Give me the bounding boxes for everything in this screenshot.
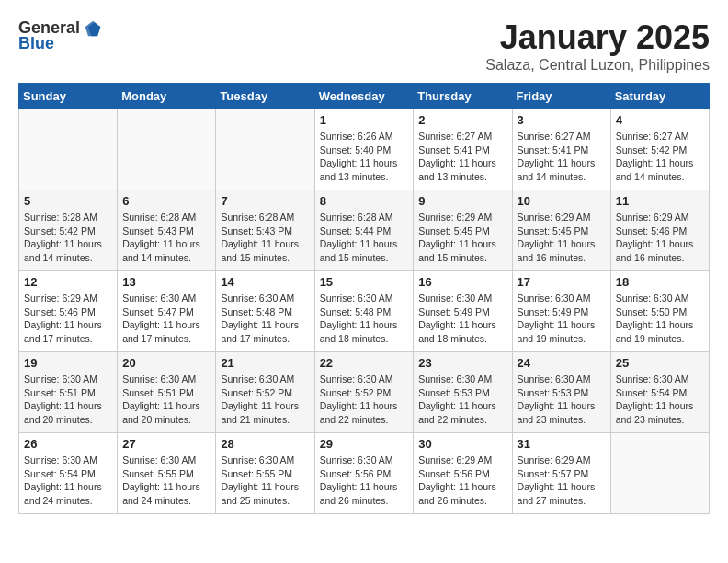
table-row: 19Sunrise: 6:30 AM Sunset: 5:51 PM Dayli… xyxy=(19,352,118,433)
day-number: 17 xyxy=(518,275,606,289)
table-row: 25Sunrise: 6:30 AM Sunset: 5:54 PM Dayli… xyxy=(610,352,709,433)
day-number: 3 xyxy=(518,113,606,127)
calendar-week-row: 12Sunrise: 6:29 AM Sunset: 5:46 PM Dayli… xyxy=(19,271,710,352)
day-info: Sunrise: 6:29 AM Sunset: 5:46 PM Dayligh… xyxy=(616,211,704,265)
weekday-header-row: Sunday Monday Tuesday Wednesday Thursday… xyxy=(19,84,710,109)
day-number: 7 xyxy=(221,194,309,208)
table-row: 16Sunrise: 6:30 AM Sunset: 5:49 PM Dayli… xyxy=(414,271,512,352)
table-row: 26Sunrise: 6:30 AM Sunset: 5:54 PM Dayli… xyxy=(19,433,118,514)
table-row: 7Sunrise: 6:28 AM Sunset: 5:43 PM Daylig… xyxy=(216,190,314,271)
table-row: 13Sunrise: 6:30 AM Sunset: 5:47 PM Dayli… xyxy=(118,271,216,352)
day-info: Sunrise: 6:27 AM Sunset: 5:41 PM Dayligh… xyxy=(418,130,506,184)
day-info: Sunrise: 6:29 AM Sunset: 5:57 PM Dayligh… xyxy=(518,454,606,508)
table-row xyxy=(118,109,216,190)
day-number: 30 xyxy=(418,437,506,451)
header-wednesday: Wednesday xyxy=(314,84,414,109)
table-row: 20Sunrise: 6:30 AM Sunset: 5:51 PM Dayli… xyxy=(118,352,216,433)
header-sunday: Sunday xyxy=(19,84,118,109)
day-info: Sunrise: 6:30 AM Sunset: 5:56 PM Dayligh… xyxy=(320,454,409,508)
day-number: 29 xyxy=(320,437,409,451)
table-row: 27Sunrise: 6:30 AM Sunset: 5:55 PM Dayli… xyxy=(118,433,216,514)
table-row: 21Sunrise: 6:30 AM Sunset: 5:52 PM Dayli… xyxy=(216,352,314,433)
day-number: 31 xyxy=(518,437,606,451)
day-number: 5 xyxy=(24,194,112,208)
calendar-week-row: 19Sunrise: 6:30 AM Sunset: 5:51 PM Dayli… xyxy=(19,352,710,433)
day-info: Sunrise: 6:30 AM Sunset: 5:53 PM Dayligh… xyxy=(518,373,606,427)
header-tuesday: Tuesday xyxy=(216,84,314,109)
day-number: 6 xyxy=(122,194,210,208)
logo-icon xyxy=(84,19,102,38)
day-info: Sunrise: 6:30 AM Sunset: 5:52 PM Dayligh… xyxy=(221,373,309,427)
day-number: 21 xyxy=(221,356,309,370)
header-thursday: Thursday xyxy=(414,84,512,109)
day-number: 16 xyxy=(418,275,506,289)
logo: General Blue xyxy=(18,18,102,53)
day-number: 23 xyxy=(418,356,506,370)
day-info: Sunrise: 6:30 AM Sunset: 5:48 PM Dayligh… xyxy=(320,292,409,346)
table-row: 29Sunrise: 6:30 AM Sunset: 5:56 PM Dayli… xyxy=(314,433,414,514)
day-number: 14 xyxy=(221,275,309,289)
day-info: Sunrise: 6:30 AM Sunset: 5:47 PM Dayligh… xyxy=(122,292,210,346)
day-info: Sunrise: 6:28 AM Sunset: 5:43 PM Dayligh… xyxy=(122,211,210,265)
table-row: 31Sunrise: 6:29 AM Sunset: 5:57 PM Dayli… xyxy=(512,433,610,514)
day-number: 2 xyxy=(418,113,506,127)
header-monday: Monday xyxy=(118,84,216,109)
day-number: 24 xyxy=(518,356,606,370)
day-number: 26 xyxy=(24,437,112,451)
table-row: 23Sunrise: 6:30 AM Sunset: 5:53 PM Dayli… xyxy=(414,352,512,433)
table-row: 10Sunrise: 6:29 AM Sunset: 5:45 PM Dayli… xyxy=(512,190,610,271)
day-info: Sunrise: 6:30 AM Sunset: 5:55 PM Dayligh… xyxy=(122,454,210,508)
day-info: Sunrise: 6:30 AM Sunset: 5:50 PM Dayligh… xyxy=(616,292,704,346)
day-info: Sunrise: 6:29 AM Sunset: 5:46 PM Dayligh… xyxy=(24,292,112,346)
day-number: 4 xyxy=(616,113,704,127)
table-row: 11Sunrise: 6:29 AM Sunset: 5:46 PM Dayli… xyxy=(610,190,709,271)
day-info: Sunrise: 6:30 AM Sunset: 5:54 PM Dayligh… xyxy=(24,454,112,508)
header-friday: Friday xyxy=(512,84,610,109)
day-info: Sunrise: 6:27 AM Sunset: 5:42 PM Dayligh… xyxy=(616,130,704,184)
table-row: 2Sunrise: 6:27 AM Sunset: 5:41 PM Daylig… xyxy=(414,109,512,190)
day-info: Sunrise: 6:30 AM Sunset: 5:51 PM Dayligh… xyxy=(24,373,112,427)
day-info: Sunrise: 6:26 AM Sunset: 5:40 PM Dayligh… xyxy=(320,130,409,184)
day-number: 18 xyxy=(616,275,704,289)
day-info: Sunrise: 6:30 AM Sunset: 5:54 PM Dayligh… xyxy=(616,373,704,427)
calendar-week-row: 26Sunrise: 6:30 AM Sunset: 5:54 PM Dayli… xyxy=(19,433,710,514)
day-number: 19 xyxy=(24,356,112,370)
day-info: Sunrise: 6:29 AM Sunset: 5:56 PM Dayligh… xyxy=(418,454,506,508)
day-info: Sunrise: 6:30 AM Sunset: 5:49 PM Dayligh… xyxy=(518,292,606,346)
table-row: 18Sunrise: 6:30 AM Sunset: 5:50 PM Dayli… xyxy=(610,271,709,352)
day-info: Sunrise: 6:27 AM Sunset: 5:41 PM Dayligh… xyxy=(518,130,606,184)
day-info: Sunrise: 6:29 AM Sunset: 5:45 PM Dayligh… xyxy=(518,211,606,265)
day-info: Sunrise: 6:29 AM Sunset: 5:45 PM Dayligh… xyxy=(418,211,506,265)
day-number: 20 xyxy=(122,356,210,370)
table-row: 8Sunrise: 6:28 AM Sunset: 5:44 PM Daylig… xyxy=(314,190,414,271)
day-number: 13 xyxy=(122,275,210,289)
day-info: Sunrise: 6:30 AM Sunset: 5:53 PM Dayligh… xyxy=(418,373,506,427)
table-row: 3Sunrise: 6:27 AM Sunset: 5:41 PM Daylig… xyxy=(512,109,610,190)
location-subtitle: Salaza, Central Luzon, Philippines xyxy=(485,57,710,74)
table-row: 28Sunrise: 6:30 AM Sunset: 5:55 PM Dayli… xyxy=(216,433,314,514)
day-number: 27 xyxy=(122,437,210,451)
table-row: 6Sunrise: 6:28 AM Sunset: 5:43 PM Daylig… xyxy=(118,190,216,271)
day-info: Sunrise: 6:28 AM Sunset: 5:43 PM Dayligh… xyxy=(221,211,309,265)
calendar-table: Sunday Monday Tuesday Wednesday Thursday… xyxy=(18,83,710,514)
day-info: Sunrise: 6:28 AM Sunset: 5:44 PM Dayligh… xyxy=(320,211,409,265)
table-row xyxy=(216,109,314,190)
table-row: 30Sunrise: 6:29 AM Sunset: 5:56 PM Dayli… xyxy=(414,433,512,514)
logo-blue-text: Blue xyxy=(18,34,54,53)
day-number: 25 xyxy=(616,356,704,370)
table-row: 1Sunrise: 6:26 AM Sunset: 5:40 PM Daylig… xyxy=(314,109,414,190)
table-row xyxy=(19,109,118,190)
table-row: 5Sunrise: 6:28 AM Sunset: 5:42 PM Daylig… xyxy=(19,190,118,271)
table-row xyxy=(610,433,709,514)
day-info: Sunrise: 6:30 AM Sunset: 5:48 PM Dayligh… xyxy=(221,292,309,346)
calendar-week-row: 5Sunrise: 6:28 AM Sunset: 5:42 PM Daylig… xyxy=(19,190,710,271)
day-number: 1 xyxy=(320,113,409,127)
header-saturday: Saturday xyxy=(610,84,709,109)
day-number: 15 xyxy=(320,275,409,289)
day-number: 12 xyxy=(24,275,112,289)
table-row: 4Sunrise: 6:27 AM Sunset: 5:42 PM Daylig… xyxy=(610,109,709,190)
table-row: 9Sunrise: 6:29 AM Sunset: 5:45 PM Daylig… xyxy=(414,190,512,271)
day-number: 11 xyxy=(616,194,704,208)
title-section: January 2025 Salaza, Central Luzon, Phil… xyxy=(485,18,710,74)
day-number: 28 xyxy=(221,437,309,451)
